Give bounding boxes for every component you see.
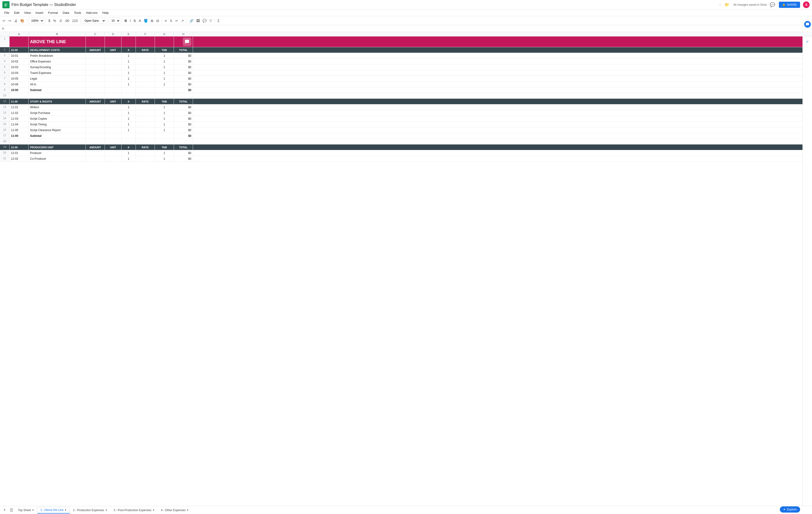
paint-format-button[interactable]: 🎨 (19, 18, 26, 24)
cell-6g[interactable]: 1 (155, 70, 174, 76)
title-cell-e[interactable] (121, 36, 136, 47)
cell-10d[interactable] (105, 93, 121, 99)
cell-13a[interactable]: 11-02 (9, 110, 29, 116)
menu-format[interactable]: Format (46, 10, 60, 15)
cell-7h[interactable]: $0 (174, 76, 193, 81)
cell-18g[interactable] (155, 139, 174, 144)
undo-button[interactable]: ↩ (1, 18, 7, 24)
cell-11e[interactable]: X (121, 99, 136, 104)
cell-9h[interactable]: $0 (174, 87, 193, 93)
cell-16g[interactable]: 1 (155, 127, 174, 133)
cell-5e[interactable]: 1 (121, 64, 136, 70)
col-header-g[interactable]: G (155, 32, 174, 36)
title-cell-a[interactable] (9, 36, 29, 47)
link-button[interactable]: 🔗 (188, 18, 195, 24)
cell-14h[interactable]: $0 (174, 116, 193, 121)
cell-5b[interactable]: Survey/Scouting (29, 64, 86, 70)
cell-6b[interactable]: Travel Expenses (29, 70, 86, 76)
cell-7c[interactable] (86, 76, 105, 81)
cell-4a[interactable]: 10-02 (9, 59, 29, 64)
cell-5a[interactable]: 10-03 (9, 64, 29, 70)
cell-7g[interactable]: 1 (155, 76, 174, 81)
cell-19e[interactable]: X (121, 144, 136, 150)
cell-7a[interactable]: 10-05 (9, 76, 29, 81)
cell-4h[interactable]: $0 (174, 59, 193, 64)
cell-3g[interactable]: 1 (155, 53, 174, 58)
col-header-f[interactable]: F (136, 32, 155, 36)
cell-15g[interactable]: 1 (155, 121, 174, 127)
redo-button[interactable]: ↪ (7, 18, 12, 24)
cell-5h[interactable]: $0 (174, 64, 193, 70)
cell-15d[interactable] (105, 121, 121, 127)
currency-button[interactable]: $ (47, 18, 52, 24)
text-color-button[interactable]: A (138, 18, 142, 24)
cell-18h[interactable] (174, 139, 193, 144)
cell-16f[interactable] (136, 127, 155, 133)
cell-5d[interactable] (105, 64, 121, 70)
cell-3b[interactable]: Prelim Breakdown (29, 53, 86, 58)
cell-2c[interactable]: AMOUNT (86, 47, 105, 53)
cell-12a[interactable]: 11-01 (9, 104, 29, 110)
title-cell-d[interactable] (105, 36, 121, 47)
cell-17h[interactable]: $0 (174, 133, 193, 138)
cell-20c[interactable] (86, 150, 105, 156)
cell-2g[interactable]: TAB (155, 47, 174, 53)
cell-18a[interactable] (9, 139, 29, 144)
cell-13g[interactable]: 1 (155, 110, 174, 116)
cell-13b[interactable]: Script Purchase (29, 110, 86, 116)
merge-button[interactable]: ⊟ (155, 18, 161, 24)
cell-8a[interactable]: 10-06 (9, 82, 29, 87)
title-cell-f[interactable] (136, 36, 155, 47)
image-button[interactable]: 🖼 (195, 18, 201, 24)
cell-14d[interactable] (105, 116, 121, 121)
tab-above-the-line[interactable]: 1 - Above the Line ▼ (37, 507, 70, 514)
cell-19h[interactable]: TOTAL (174, 144, 193, 150)
star-icon[interactable]: ☆ (718, 2, 722, 7)
cell-3c[interactable] (86, 53, 105, 58)
menu-addons[interactable]: Add-ons (84, 10, 99, 15)
col-header-c[interactable]: C (86, 32, 105, 36)
cell-7e[interactable]: 1 (121, 76, 136, 81)
cell-4g[interactable]: 1 (155, 59, 174, 64)
cell-16h[interactable]: $0 (174, 127, 193, 133)
cell-16c[interactable] (86, 127, 105, 133)
cell-5c[interactable] (86, 64, 105, 70)
fill-color-button[interactable]: 🪣 (143, 18, 149, 24)
cell-17f[interactable] (136, 133, 155, 138)
cell-20d[interactable] (105, 150, 121, 156)
cell-16d[interactable] (105, 127, 121, 133)
cell-4e[interactable]: 1 (121, 59, 136, 64)
menu-help[interactable]: Help (100, 10, 111, 15)
cell-5g[interactable]: 1 (155, 64, 174, 70)
cell-7d[interactable] (105, 76, 121, 81)
cell-15e[interactable]: 1 (121, 121, 136, 127)
align-button[interactable]: ≡ (164, 18, 168, 24)
borders-button[interactable]: ⊞ (149, 18, 155, 24)
format-number-button[interactable]: 123 (71, 18, 79, 24)
cell-20a[interactable]: 12-01 (9, 150, 29, 156)
cell-18b[interactable] (29, 139, 86, 144)
cell-9d[interactable] (105, 87, 121, 93)
sheet-menu-button[interactable]: ☰ (8, 507, 15, 513)
cell-18e[interactable] (121, 139, 136, 144)
cell-8c[interactable] (86, 82, 105, 87)
bold-button[interactable]: B (123, 18, 128, 24)
col-header-d[interactable]: D (105, 32, 121, 36)
explore-button[interactable]: ✦ Explore (780, 506, 800, 513)
user-avatar[interactable]: S (803, 1, 810, 8)
col-header-e[interactable]: E (121, 32, 136, 36)
cell-3a[interactable]: 10-01 (9, 53, 29, 58)
cell-10b[interactable] (29, 93, 86, 99)
valign-button[interactable]: ⇕ (169, 18, 174, 24)
cell-14b[interactable]: Script Copies (29, 116, 86, 121)
cell-8h[interactable]: $0 (174, 82, 193, 87)
cell-8b[interactable]: All in (29, 82, 86, 87)
comment-button[interactable]: 💬 (201, 18, 208, 24)
col-header-h[interactable]: H (174, 32, 193, 36)
cell-5f[interactable] (136, 64, 155, 70)
cell-8e[interactable]: 1 (121, 82, 136, 87)
cell-11g[interactable]: TAB (155, 99, 174, 104)
function-button[interactable]: Σ (216, 18, 221, 24)
italic-button[interactable]: I (129, 18, 132, 24)
cell-6a[interactable]: 10-04 (9, 70, 29, 76)
